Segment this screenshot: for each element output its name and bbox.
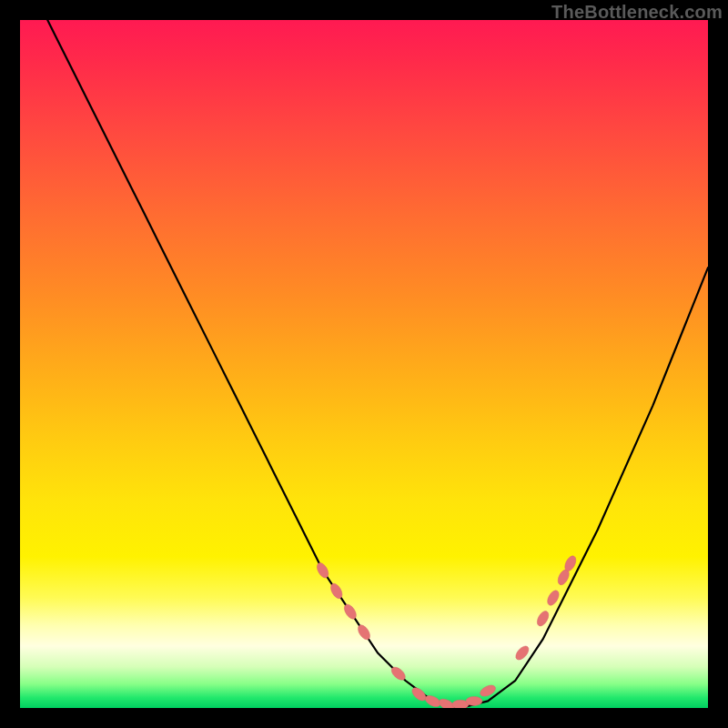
curve-marker [315, 561, 331, 581]
curve-marker [466, 696, 482, 705]
curve-marker [535, 609, 551, 628]
watermark-text: TheBottleneck.com [551, 2, 723, 23]
bottleneck-curve [47, 20, 708, 708]
chart-svg [20, 20, 708, 708]
curve-marker [329, 581, 345, 601]
plot-area [20, 20, 708, 708]
curve-marker [356, 623, 372, 642]
curve-marker [342, 602, 359, 622]
curve-marker [545, 589, 561, 608]
curve-layer [47, 20, 708, 708]
chart-frame [20, 20, 708, 708]
marker-layer [315, 554, 578, 708]
